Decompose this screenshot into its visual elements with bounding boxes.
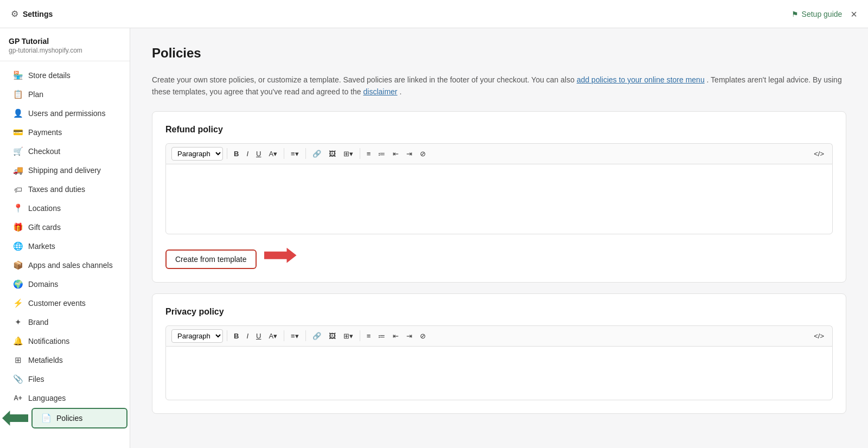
create-template-wrapper: Create from template bbox=[165, 242, 833, 269]
privacy-toolbar-divider-4 bbox=[360, 330, 360, 341]
privacy-code-view-button[interactable]: </> bbox=[811, 330, 827, 342]
refund-editor-toolbar: Paragraph B I U A▾ ≡▾ 🔗 🖼 ⊞▾ ≡ ≔ ⇤ ⇥ ⊘ bbox=[165, 143, 833, 164]
toolbar-divider-4 bbox=[360, 148, 360, 159]
sidebar-item-files[interactable]: 📎 Files bbox=[4, 370, 125, 388]
checkout-icon: 🛒 bbox=[13, 146, 23, 156]
privacy-bullet-list-button[interactable]: ≡ bbox=[364, 330, 374, 342]
store-policies-description: Create your own store policies, or custo… bbox=[152, 74, 846, 98]
page-title: Policies bbox=[152, 46, 846, 61]
privacy-special-chars-button[interactable]: ⊘ bbox=[417, 330, 429, 342]
privacy-policy-card: Privacy policy Paragraph B I U A▾ ≡▾ 🔗 🖼… bbox=[152, 293, 846, 414]
code-view-button[interactable]: </> bbox=[811, 148, 827, 159]
store-details-icon: 🏪 bbox=[13, 71, 23, 80]
privacy-paragraph-select[interactable]: Paragraph bbox=[171, 329, 223, 343]
align-button[interactable]: ≡▾ bbox=[288, 148, 302, 159]
privacy-toolbar-divider-1 bbox=[227, 330, 227, 341]
payments-icon: 💳 bbox=[13, 127, 23, 137]
plan-icon: 📋 bbox=[13, 89, 23, 99]
privacy-indent-less-button[interactable]: ⇤ bbox=[390, 330, 401, 342]
sidebar-item-metafields[interactable]: ⊞ Metafields bbox=[4, 351, 125, 369]
privacy-indent-more-button[interactable]: ⇥ bbox=[404, 330, 415, 342]
top-bar-right: ⚑ Setup guide × bbox=[792, 9, 857, 20]
sidebar-item-notifications[interactable]: 🔔 Notifications bbox=[4, 332, 125, 350]
sidebar-item-markets[interactable]: 🌐 Markets bbox=[4, 237, 125, 255]
close-button[interactable]: × bbox=[851, 9, 857, 20]
domains-icon: 🌍 bbox=[13, 279, 23, 289]
privacy-toolbar-divider-2 bbox=[284, 330, 284, 341]
privacy-image-button[interactable]: 🖼 bbox=[326, 330, 339, 342]
sidebar-item-domains[interactable]: 🌍 Domains bbox=[4, 275, 125, 293]
privacy-editor-area[interactable] bbox=[165, 346, 833, 400]
special-chars-button[interactable]: ⊘ bbox=[417, 148, 429, 159]
policies-icon: 📄 bbox=[41, 413, 51, 423]
sidebar-item-customer-events[interactable]: ⚡ Customer events bbox=[4, 294, 125, 312]
main-layout: GP Tutorial gp-tutorial.myshopify.com 🏪 … bbox=[0, 0, 868, 448]
sidebar-item-users-permissions[interactable]: 👤 Users and permissions bbox=[4, 104, 125, 123]
add-policies-link[interactable]: add policies to your online store menu bbox=[577, 75, 705, 84]
underline-button[interactable]: U bbox=[253, 148, 264, 159]
sidebar-item-apps[interactable]: 📦 Apps and sales channels bbox=[4, 256, 125, 274]
ordered-list-button[interactable]: ≔ bbox=[375, 148, 388, 159]
refund-editor-area[interactable] bbox=[165, 164, 833, 234]
privacy-align-button[interactable]: ≡▾ bbox=[288, 330, 302, 342]
sidebar-item-gift-cards[interactable]: 🎁 Gift cards bbox=[4, 218, 125, 236]
brand-icon: ✦ bbox=[13, 317, 23, 327]
sidebar-item-policies[interactable]: 📄 Policies bbox=[31, 408, 127, 428]
sidebar-item-taxes[interactable]: 🏷 Taxes and duties bbox=[4, 180, 125, 199]
sidebar-item-checkout[interactable]: 🛒 Checkout bbox=[4, 142, 125, 161]
disclaimer-link[interactable]: disclaimer bbox=[363, 87, 398, 96]
toolbar-divider-3 bbox=[305, 148, 306, 159]
customer-events-icon: ⚡ bbox=[13, 298, 23, 308]
image-button[interactable]: 🖼 bbox=[326, 148, 339, 159]
sidebar-item-brand[interactable]: ✦ Brand bbox=[4, 313, 125, 331]
privacy-toolbar-divider-3 bbox=[305, 330, 306, 341]
table-button[interactable]: ⊞▾ bbox=[341, 148, 356, 159]
apps-icon: 📦 bbox=[13, 260, 23, 270]
top-bar: ⚙ Settings ⚑ Setup guide × bbox=[0, 0, 868, 28]
link-button[interactable]: 🔗 bbox=[310, 148, 324, 159]
taxes-icon: 🏷 bbox=[13, 184, 23, 194]
sidebar-item-shipping[interactable]: 🚚 Shipping and delivery bbox=[4, 161, 125, 180]
privacy-ordered-list-button[interactable]: ≔ bbox=[375, 330, 388, 342]
notifications-icon: 🔔 bbox=[13, 336, 23, 346]
sidebar-item-payments[interactable]: 💳 Payments bbox=[4, 123, 125, 142]
privacy-underline-button[interactable]: U bbox=[253, 330, 264, 342]
locations-icon: 📍 bbox=[13, 203, 23, 213]
privacy-link-button[interactable]: 🔗 bbox=[310, 330, 324, 342]
bullet-list-button[interactable]: ≡ bbox=[364, 148, 374, 159]
privacy-text-color-button[interactable]: A▾ bbox=[266, 330, 280, 342]
sidebar-item-store-details[interactable]: 🏪 Store details bbox=[4, 66, 125, 85]
privacy-bold-button[interactable]: B bbox=[231, 330, 241, 342]
setup-guide-link[interactable]: ⚑ Setup guide bbox=[792, 10, 843, 18]
right-arrow-icon bbox=[264, 248, 297, 263]
settings-gear-icon: ⚙ bbox=[11, 9, 18, 19]
sidebar-item-languages[interactable]: A+ Languages bbox=[4, 389, 125, 407]
files-icon: 📎 bbox=[13, 374, 23, 384]
shipping-icon: 🚚 bbox=[13, 165, 23, 175]
sidebar: GP Tutorial gp-tutorial.myshopify.com 🏪 … bbox=[0, 28, 130, 448]
refund-policy-card: Refund policy Paragraph B I U A▾ ≡▾ 🔗 🖼 … bbox=[152, 111, 846, 283]
indent-less-button[interactable]: ⇤ bbox=[390, 148, 401, 159]
refund-policy-title: Refund policy bbox=[165, 125, 833, 135]
toolbar-divider-1 bbox=[227, 148, 227, 159]
sidebar-arrow-annotation bbox=[2, 411, 28, 426]
create-from-template-button[interactable]: Create from template bbox=[165, 249, 257, 269]
italic-button[interactable]: I bbox=[244, 148, 251, 159]
privacy-table-button[interactable]: ⊞▾ bbox=[341, 330, 356, 342]
toolbar-divider-2 bbox=[284, 148, 284, 159]
store-header: GP Tutorial gp-tutorial.myshopify.com bbox=[0, 28, 130, 61]
text-color-button[interactable]: A▾ bbox=[266, 148, 280, 159]
privacy-policy-title: Privacy policy bbox=[165, 307, 833, 317]
gift-cards-icon: 🎁 bbox=[13, 222, 23, 232]
privacy-italic-button[interactable]: I bbox=[244, 330, 251, 342]
sidebar-nav: 🏪 Store details 📋 Plan 👤 Users and permi… bbox=[0, 61, 130, 433]
indent-more-button[interactable]: ⇥ bbox=[404, 148, 415, 159]
users-icon: 👤 bbox=[13, 108, 23, 118]
paragraph-select[interactable]: Paragraph bbox=[171, 147, 223, 161]
privacy-editor-toolbar: Paragraph B I U A▾ ≡▾ 🔗 🖼 ⊞▾ ≡ ≔ ⇤ ⇥ ⊘ bbox=[165, 325, 833, 346]
store-name: GP Tutorial bbox=[9, 37, 121, 46]
sidebar-item-plan[interactable]: 📋 Plan bbox=[4, 85, 125, 104]
sidebar-item-locations[interactable]: 📍 Locations bbox=[4, 199, 125, 217]
store-policies-text: Create your own store policies, or custo… bbox=[152, 75, 575, 84]
bold-button[interactable]: B bbox=[231, 148, 241, 159]
